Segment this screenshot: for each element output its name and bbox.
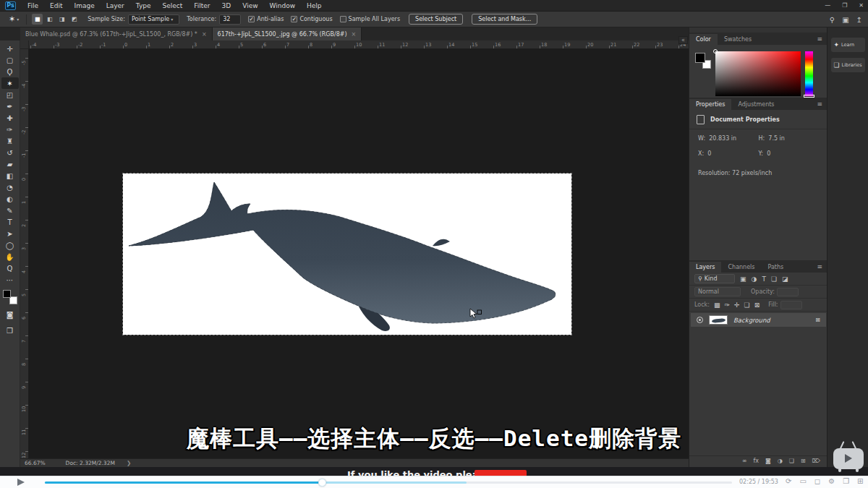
select-subject-button[interactable]: Select Subject [409,14,463,25]
menu-item-window[interactable]: Window [264,0,302,12]
hand-tool[interactable]: ✋ [1,251,19,262]
video-progress-track[interactable] [45,481,732,484]
blur-tool[interactable]: ◔ [1,181,19,193]
filter-adjustment-layers-icon[interactable]: ◑ [752,275,757,283]
checkbox-box[interactable] [340,16,346,22]
brush-tool[interactable]: ✑ [1,124,19,135]
menu-item-layer[interactable]: Layer [101,0,130,12]
type-tool[interactable]: T [1,216,19,228]
tab-layers[interactable]: Layers [689,262,721,273]
workspace-icon[interactable]: ▣ [842,16,848,24]
layer-name[interactable]: Background [733,317,770,324]
marquee-tool[interactable]: ▢ [1,54,19,66]
new-layer-icon[interactable]: ⊞ [801,458,806,464]
menu-item-file[interactable]: File [22,0,44,12]
layer-effects-icon[interactable]: fx [754,458,760,464]
crop-tool[interactable]: ◰ [1,89,19,100]
subtract-selection-mode[interactable]: ◨ [56,14,67,25]
checkbox-sample-all-layers[interactable]: Sample All Layers [340,16,400,22]
pip-icon[interactable]: ❐ [843,477,849,485]
eraser-tool[interactable]: ▰ [1,158,19,170]
lock-move-icon[interactable]: ✛ [734,301,740,309]
loop-icon[interactable]: ⟳ [786,477,791,485]
progress-knob[interactable] [318,479,326,487]
document-tab-1[interactable]: Blue Whale.psd @ 67.3% (617th-+JipL_SL15… [20,27,213,40]
clone-stamp-tool[interactable]: ♜ [1,135,19,147]
settings-icon[interactable]: ⚙ [828,477,835,485]
learn-button[interactable]: ✦ Learn [831,38,865,52]
layer-visibility-eye-icon[interactable] [697,317,703,323]
panel-menu-icon[interactable]: ≡ [817,263,823,270]
tab-channels[interactable]: Channels [721,262,761,273]
lock-artboard-icon[interactable]: ❏ [744,301,750,309]
layer-group-icon[interactable]: ❏ [789,458,794,464]
screen-mode-icon[interactable]: ❐ [1,325,19,336]
canvas-pasteboard[interactable] [29,49,689,458]
lasso-tool[interactable]: Ϙ [1,66,19,77]
move-tool[interactable]: ✛ [1,43,19,54]
foreground-color-swatch[interactable] [3,290,11,298]
status-chevron-icon[interactable]: ❯ [127,460,131,466]
pen-tool[interactable]: ✎ [1,205,19,216]
checkbox-anti-alias[interactable]: ✓Anti-alias [248,16,284,22]
quality-icon[interactable]: ▭ [799,477,806,485]
color-gradient-field[interactable] [715,51,801,96]
tab-swatches[interactable]: Swatches [718,34,758,45]
link-layers-icon[interactable]: ∞ [742,458,747,464]
checkbox-contiguous[interactable]: ✓Contiguous [291,16,332,22]
healing-brush-tool[interactable]: ✚ [1,112,19,124]
foreground-background-swatches[interactable] [3,290,17,304]
adjustment-layer-icon[interactable]: ◑ [778,458,783,464]
lock-all-icon[interactable]: ⊠ [754,301,760,309]
magic-wand-options-icon[interactable]: ✶ [9,14,15,24]
eyedropper-tool[interactable]: ✒ [1,100,19,112]
menu-item-filter[interactable]: Filter [188,0,216,12]
new-selection-mode[interactable]: ■ [32,14,43,25]
tab-adjustments[interactable]: Adjustments [731,99,780,110]
play-button[interactable] [17,479,25,486]
layer-filter-kind[interactable]: ⚲ Kind [694,274,735,283]
delete-layer-icon[interactable]: ⌦ [812,458,820,464]
dodge-tool[interactable]: ◐ [1,193,19,205]
edit-toolbar-icon[interactable]: ⋯ [1,274,19,286]
menu-item-3d[interactable]: 3D [216,0,237,12]
collapse-panels-icon[interactable]: « [678,36,688,44]
menu-item-select[interactable]: Select [156,0,188,12]
panel-menu-icon[interactable]: ≡ [817,35,823,43]
restore-button[interactable]: ❐ [842,0,847,12]
search-icon[interactable]: ⚲ [830,16,835,24]
fullscreen-icon[interactable]: ⊞ [857,477,863,485]
document-tab-2[interactable]: 617th-+JipL_SL1500_.jpg @ 66.7% (RGB/8#)… [213,27,362,40]
tab-color[interactable]: Color [689,34,718,45]
fill-value[interactable] [780,301,802,309]
menu-item-view[interactable]: View [237,0,263,12]
panel-menu-icon[interactable]: ≡ [817,100,823,108]
filter-shape-layers-icon[interactable]: ❏ [771,275,777,283]
close-icon[interactable]: × [352,31,357,38]
close-button[interactable]: ✕ [859,0,864,12]
share-icon[interactable]: ↥ [856,16,862,24]
magic-wand-tool[interactable]: ✶ [1,77,19,89]
sample-size-select[interactable]: Point Sample▾ [128,14,179,25]
lock-transparency-icon[interactable]: ▩ [714,301,720,309]
filter-type-layers-icon[interactable]: T [762,275,766,283]
hue-slider[interactable] [805,51,813,96]
layer-mask-icon[interactable]: ◙ [765,458,771,464]
minimize-button[interactable]: — [825,0,830,12]
menu-item-image[interactable]: Image [69,0,101,12]
blend-mode-select[interactable]: Normal [694,287,741,296]
shape-tool[interactable]: ◯ [1,239,19,251]
checkbox-box[interactable]: ✓ [248,16,255,22]
filter-smart-objects-icon[interactable]: ◪ [782,275,788,283]
layer-row-background[interactable]: Background ⊠ [691,313,826,327]
menu-item-type[interactable]: Type [130,0,157,12]
danmaku-icon[interactable]: ◻ [814,477,820,485]
history-brush-tool[interactable]: ↺ [1,147,19,158]
libraries-button[interactable]: ❏ Libraries [831,58,865,72]
add-selection-mode[interactable]: ◧ [44,14,55,25]
opacity-value[interactable] [777,288,799,296]
filter-pixel-layers-icon[interactable]: ▣ [740,275,746,283]
tab-properties[interactable]: Properties [689,99,731,110]
zoom-level[interactable]: 66.67% [25,460,46,466]
close-icon[interactable]: × [202,31,207,38]
